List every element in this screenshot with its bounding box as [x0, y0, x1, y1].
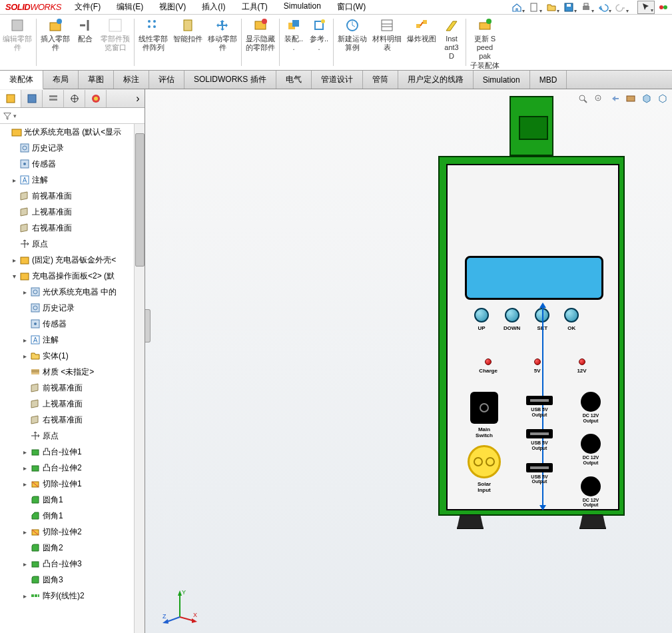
- zoom-fit-icon[interactable]: [576, 92, 589, 105]
- tree-node[interactable]: 原点: [0, 236, 145, 252]
- tree-node[interactable]: 历史记录: [0, 140, 145, 156]
- panel-expand-icon[interactable]: ›: [131, 90, 145, 107]
- tree-node[interactable]: ▸凸台-拉伸1: [0, 444, 145, 460]
- open-icon[interactable]: ▾: [543, 1, 560, 14]
- section-view-icon[interactable]: [624, 92, 637, 105]
- menu-窗口(W)[interactable]: 窗口(W): [329, 0, 374, 15]
- display-tab[interactable]: [85, 90, 107, 107]
- menu-视图(V)[interactable]: 视图(V): [151, 0, 194, 15]
- tree-node[interactable]: ▸实体(1): [0, 348, 145, 364]
- tree-node[interactable]: 圆角3: [0, 572, 145, 588]
- new-icon[interactable]: ▾: [525, 1, 543, 14]
- tree-node[interactable]: 材质 <未指定>: [0, 364, 145, 380]
- menu-插入(I)[interactable]: 插入(I): [194, 0, 233, 15]
- select-icon[interactable]: ▾: [637, 1, 655, 14]
- view-orient-icon[interactable]: [640, 92, 653, 105]
- model-btn-UP: UP: [474, 308, 489, 331]
- tab-SOLIDWORKS 插件[interactable]: SOLIDWORKS 插件: [184, 71, 276, 89]
- ribbon-asm[interactable]: 装配...: [281, 15, 306, 70]
- tab-用户定义的线路[interactable]: 用户定义的线路: [398, 71, 474, 89]
- triad-z-label: Z: [163, 613, 167, 620]
- tree-node[interactable]: 倒角1: [0, 508, 145, 524]
- svg-rect-77: [627, 96, 635, 101]
- tab-MBD[interactable]: MBD: [530, 71, 567, 89]
- tree-node[interactable]: 传感器: [0, 316, 145, 332]
- svg-rect-50: [31, 288, 39, 296]
- svg-rect-30: [7, 95, 15, 103]
- undo-icon[interactable]: ▾: [595, 1, 612, 14]
- svg-rect-71: [35, 594, 37, 597]
- save-icon[interactable]: ▾: [560, 1, 577, 14]
- ribbon-ref[interactable]: 参考...: [306, 15, 332, 70]
- ribbon-pattern[interactable]: 线性零部件阵列: [136, 15, 170, 70]
- model-led-12V: 12V: [577, 358, 586, 374]
- prev-view-icon[interactable]: [608, 92, 621, 105]
- model-charger[interactable]: UPDOWNSETOK Charge5V12V Main Switch Sola…: [438, 156, 625, 516]
- tree-node[interactable]: 前视基准面: [0, 380, 145, 396]
- ribbon-move[interactable]: 移动零部件: [205, 15, 240, 70]
- ribbon-insert[interactable]: 插入零部件: [38, 15, 73, 70]
- dimxpert-tab[interactable]: [64, 90, 85, 107]
- tree-node[interactable]: 光伏系统充电器 (默认<显示: [0, 124, 145, 140]
- svg-line-27: [420, 22, 423, 26]
- ribbon-smart[interactable]: 智能扣件: [170, 15, 205, 70]
- view-triad[interactable]: Y Z X: [161, 588, 198, 625]
- menu-编辑(E)[interactable]: 编辑(E): [109, 0, 151, 15]
- tree-node[interactable]: 上视基准面: [0, 396, 145, 412]
- tab-标注[interactable]: 标注: [114, 71, 149, 89]
- graphics-viewport[interactable]: + UPDOWNSETOK Charge5V12V Main Switch So…: [145, 89, 672, 633]
- tree-node[interactable]: ▸A注解: [0, 172, 145, 188]
- ribbon-speedpak[interactable]: 更新 Speedpak 子装配体: [468, 15, 502, 70]
- tab-装配体[interactable]: 装配体: [0, 71, 43, 89]
- home-icon[interactable]: ▾: [508, 1, 525, 14]
- config-tab[interactable]: [43, 90, 64, 107]
- tree-node[interactable]: ▸切除-拉伸2: [0, 524, 145, 540]
- app-logo: SOLIDWORKS: [0, 2, 67, 12]
- tree-node[interactable]: 圆角1: [0, 492, 145, 508]
- tab-草图[interactable]: 草图: [79, 71, 114, 89]
- tree-filter[interactable]: ▾: [0, 108, 145, 124]
- tree-node[interactable]: ▸光伏系统充电器 中的: [0, 284, 145, 300]
- tree-node[interactable]: 圆角2: [0, 540, 145, 556]
- menu-Simulation[interactable]: Simulation: [276, 0, 329, 15]
- property-tab[interactable]: [21, 90, 43, 107]
- tree-node[interactable]: ▾充电器操作面板<2> (默: [0, 268, 145, 284]
- tree-node[interactable]: ▸切除-拉伸1: [0, 476, 145, 492]
- ribbon-bom[interactable]: 材料明细表: [370, 15, 404, 70]
- ribbon-mate[interactable]: 配合: [73, 15, 98, 70]
- ribbon-i3d[interactable]: Instant3D: [439, 15, 464, 70]
- zoom-area-icon[interactable]: +: [592, 92, 605, 105]
- menu-文件(F)[interactable]: 文件(F): [67, 0, 109, 15]
- redo-icon[interactable]: ▾: [612, 1, 629, 14]
- tab-布局[interactable]: 布局: [43, 71, 79, 89]
- tree-node[interactable]: 历史记录: [0, 300, 145, 316]
- tree-node[interactable]: 前视基准面: [0, 188, 145, 204]
- menu-工具(T)[interactable]: 工具(T): [234, 0, 276, 15]
- tree-node[interactable]: ▸A注解: [0, 332, 145, 348]
- tab-评估[interactable]: 评估: [149, 71, 184, 89]
- rebuild-icon[interactable]: [655, 1, 672, 14]
- tree-scrollbar[interactable]: [134, 124, 145, 633]
- tree-node[interactable]: ▸凸台-拉伸2: [0, 460, 145, 476]
- print-icon[interactable]: ▾: [577, 1, 595, 14]
- tree-node[interactable]: 右视基准面: [0, 220, 145, 236]
- display-style-icon[interactable]: [656, 92, 669, 105]
- ribbon-explode[interactable]: 爆炸视图: [404, 15, 439, 70]
- feature-tree-tab[interactable]: [0, 90, 21, 107]
- ribbon-edit: 编辑零部件: [0, 15, 35, 70]
- ribbon-showhide[interactable]: 显示隐藏的零部件: [243, 15, 278, 70]
- tab-电气[interactable]: 电气: [276, 71, 312, 89]
- tree-node[interactable]: ▸阵列(线性)2: [0, 588, 145, 604]
- tab-Simulation[interactable]: Simulation: [474, 71, 530, 89]
- panel-splitter-handle[interactable]: [145, 309, 151, 342]
- tree-node[interactable]: 传感器: [0, 156, 145, 172]
- ribbon-motion[interactable]: 新建运动算例: [335, 15, 370, 70]
- model-btn-DOWN: DOWN: [504, 308, 520, 331]
- tree-node[interactable]: ▸(固定) 充电器钣金外壳<: [0, 252, 145, 268]
- tree-node[interactable]: 上视基准面: [0, 204, 145, 220]
- tab-管筒[interactable]: 管筒: [363, 71, 398, 89]
- tree-node[interactable]: 原点: [0, 428, 145, 444]
- tab-管道设计[interactable]: 管道设计: [312, 71, 363, 89]
- tree-node[interactable]: 右视基准面: [0, 412, 145, 428]
- tree-node[interactable]: ▸凸台-拉伸3: [0, 556, 145, 572]
